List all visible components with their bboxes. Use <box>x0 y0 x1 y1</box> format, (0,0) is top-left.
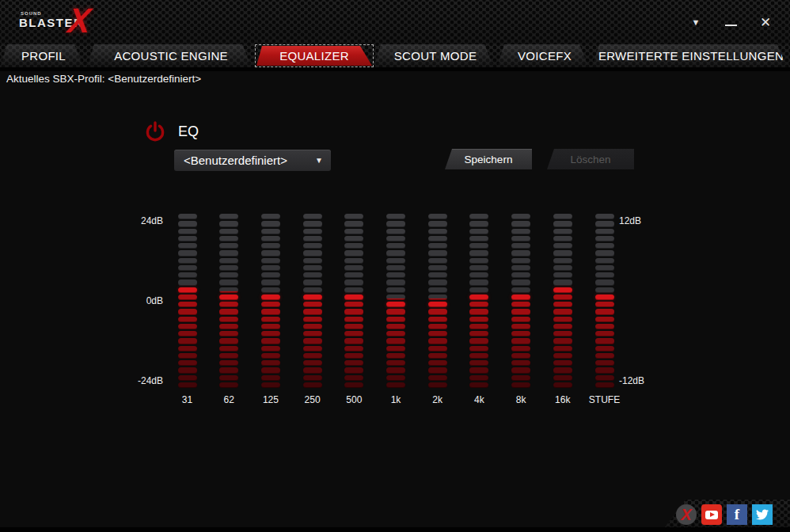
eq-segment <box>303 221 322 226</box>
menu-dropdown-icon[interactable]: ▼ <box>687 13 705 31</box>
eq-segment <box>511 272 530 278</box>
tab-equalizer[interactable]: EQUALIZER <box>255 44 374 67</box>
eq-segment <box>469 367 488 373</box>
eq-segment <box>386 317 405 322</box>
eq-slider-STUFE[interactable] <box>595 214 614 391</box>
eq-segment <box>219 214 238 219</box>
eq-slider-62[interactable] <box>219 214 238 391</box>
eq-slider-2k[interactable] <box>428 214 447 391</box>
eq-band-label-2k: 2k <box>417 394 458 405</box>
youtube-icon[interactable] <box>701 504 722 525</box>
eq-band-label-62: 62 <box>208 394 249 405</box>
blasterx-badge-icon[interactable]: X <box>676 504 697 525</box>
eq-segment <box>303 294 322 300</box>
eq-slider-4k[interactable] <box>469 214 488 391</box>
eq-segment <box>303 382 322 388</box>
eq-segment <box>511 338 530 344</box>
eq-segment <box>303 265 322 271</box>
eq-slider-125[interactable] <box>261 214 280 391</box>
eq-segment <box>344 221 363 226</box>
save-button[interactable]: Speichern <box>445 149 532 169</box>
eq-band-label-125: 125 <box>250 394 291 405</box>
logo-x-icon: X <box>66 1 92 40</box>
eq-segment <box>178 353 197 359</box>
eq-segment <box>595 221 614 226</box>
eq-segment <box>261 279 280 285</box>
eq-preset-dropdown[interactable]: <Benutzerdefiniert> ▼ <box>174 150 331 171</box>
eq-segment <box>303 214 322 219</box>
social-icons: X f <box>676 504 773 525</box>
eq-slider-31[interactable] <box>178 214 197 391</box>
eq-segment <box>469 375 488 381</box>
eq-segment <box>386 279 405 285</box>
eq-segment <box>303 250 322 256</box>
eq-segment <box>261 250 280 256</box>
eq-band-label-250: 250 <box>292 394 333 405</box>
eq-segment <box>219 331 238 336</box>
eq-segment <box>553 294 572 300</box>
eq-segment <box>469 382 488 388</box>
eq-segment <box>386 331 405 336</box>
eq-segment <box>595 302 614 307</box>
eq-segment <box>386 382 405 388</box>
eq-segment <box>219 250 238 256</box>
twitter-icon[interactable] <box>752 504 773 525</box>
eq-segment <box>595 367 614 373</box>
eq-segment <box>386 229 405 234</box>
eq-segment <box>261 382 280 388</box>
eq-segment <box>553 258 572 264</box>
facebook-icon[interactable]: f <box>727 504 747 525</box>
eq-segment <box>511 353 530 359</box>
tab-label: VOICEFX <box>518 49 572 63</box>
eq-segment <box>553 324 572 329</box>
eq-segment <box>219 367 238 373</box>
youtube-play-glyph <box>705 511 718 519</box>
tab-profil[interactable]: PROFIL <box>0 44 87 67</box>
axis-label-minus24db: -24dB <box>0 375 163 386</box>
eq-segment <box>303 236 322 241</box>
eq-segment <box>219 294 238 300</box>
eq-slider-500[interactable] <box>344 214 363 391</box>
tab-erweiterte-einstellungen[interactable]: ERWEITERTE EINSTELLUNGEN <box>592 44 790 67</box>
eq-segment <box>386 272 405 278</box>
eq-segment <box>553 221 572 226</box>
minimize-icon[interactable] <box>722 13 739 31</box>
eq-segment <box>178 243 197 249</box>
eq-segment <box>178 375 197 381</box>
eq-segment <box>178 214 197 219</box>
eq-slider-1k[interactable] <box>386 214 405 391</box>
eq-segment <box>511 317 530 322</box>
eq-segment <box>219 258 238 264</box>
eq-power-button[interactable] <box>144 120 166 144</box>
eq-segment <box>261 353 280 359</box>
eq-segment <box>553 214 572 219</box>
eq-segment <box>261 287 280 293</box>
axis-label-12db: 12dB <box>619 215 667 226</box>
eq-slider-250[interactable] <box>303 214 322 391</box>
eq-segment <box>344 346 363 352</box>
eq-segment <box>553 287 572 293</box>
eq-segment <box>344 302 363 307</box>
eq-segment <box>219 375 238 381</box>
eq-segment <box>386 360 405 366</box>
eq-segment <box>261 221 280 226</box>
tab-scout-mode[interactable]: SCOUT MODE <box>374 44 497 67</box>
tab-voicefx[interactable]: VOICEFX <box>497 44 592 67</box>
eq-slider-8k[interactable] <box>511 214 530 391</box>
close-icon[interactable]: ✕ <box>757 13 774 31</box>
eq-segment <box>428 265 447 271</box>
eq-segment <box>303 287 322 293</box>
eq-segment <box>428 302 447 307</box>
tab-label: EQUALIZER <box>279 49 349 63</box>
tab-acoustic-engine[interactable]: ACOUSTIC ENGINE <box>87 44 255 67</box>
eq-segment <box>219 243 238 249</box>
eq-segment <box>469 338 488 344</box>
titlebar: SOUND BLASTER X ▼ ✕ <box>0 0 790 44</box>
eq-band-label-500: 500 <box>333 394 374 405</box>
eq-segment <box>219 221 238 226</box>
eq-segment <box>344 250 363 256</box>
eq-segment <box>344 265 363 271</box>
eq-segment <box>469 317 488 322</box>
eq-segment <box>553 272 572 278</box>
eq-slider-16k[interactable] <box>553 214 572 391</box>
